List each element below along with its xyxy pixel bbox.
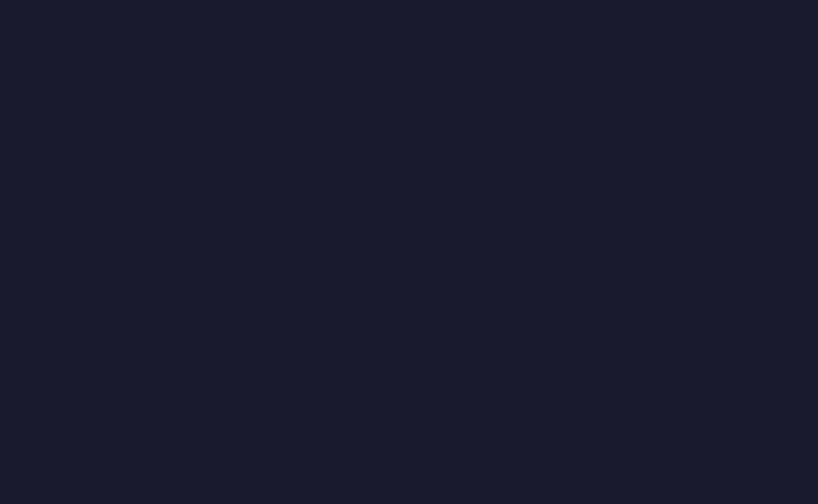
code-line-4 [16,315,802,504]
code-line-blank [16,181,802,200]
code-line-comment2 [16,257,802,315]
code-line-comment1 [16,200,802,257]
code-line-1 [16,8,802,181]
code-section [0,0,818,504]
